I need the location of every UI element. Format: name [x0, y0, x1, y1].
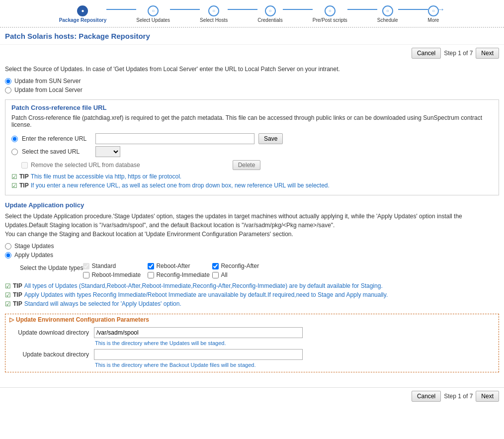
remove-url-checkbox[interactable]	[21, 162, 28, 169]
backout-dir-row: Update backout directory	[9, 349, 495, 360]
remove-url-label: Remove the selected URL from database	[31, 162, 140, 169]
apply-updates-radio-group[interactable]: Apply Updates	[5, 252, 499, 259]
standard-label: Standard	[91, 263, 116, 269]
wizard-header: ● Package Repository ○ Select Updates ○ …	[0, 0, 504, 28]
step-select-updates[interactable]: ○ Select Updates	[136, 5, 170, 23]
step-schedule[interactable]: ○ Schedule	[377, 5, 398, 23]
top-toolbar: Cancel Step 1 of 7 Next	[0, 45, 504, 62]
bottom-toolbar: Cancel Step 1 of 7 Next	[0, 387, 504, 405]
page-description: Select the Source of Updates. In case of…	[5, 66, 499, 73]
sun-server-radio[interactable]	[5, 78, 11, 85]
apply-updates-radio[interactable]	[5, 252, 11, 259]
patch-url-title: Patch Cross-reference file URL	[11, 104, 493, 111]
delete-button[interactable]: Delete	[233, 160, 261, 170]
reboot-after-checkbox[interactable]	[148, 263, 154, 269]
reboot-after-label: Reboot-After	[156, 263, 190, 269]
env-config-section: ▷ Update Environment Configuration Param…	[5, 314, 499, 372]
step-info-bottom: Step 1 of 7	[444, 393, 473, 400]
standard-checkbox[interactable]	[83, 263, 89, 269]
step-connector-4	[283, 9, 313, 10]
cancel-button-bottom[interactable]: Cancel	[412, 391, 441, 402]
cb-reconfig-after[interactable]: Reconfig-After	[212, 263, 272, 269]
step-circle-3: ○	[208, 5, 219, 16]
cb-reconfig-immediate[interactable]: Reconfig-Immediate	[148, 271, 212, 278]
cb-all[interactable]: All	[212, 271, 272, 278]
step-pre-post[interactable]: ○ Pre/Post scripts	[313, 5, 347, 23]
all-label: All	[221, 271, 227, 278]
tip-text-1: This file must be accessible via http, h…	[31, 173, 181, 180]
policy-tip-label-1: TIP	[13, 282, 22, 289]
enter-url-radio[interactable]	[11, 136, 18, 142]
step-circle-6: ○	[382, 5, 393, 16]
step-connector-1	[106, 9, 136, 10]
policy-tip-icon-1: ☑	[5, 282, 11, 290]
policy-tip-text-3: Standard will always be selected for 'Ap…	[24, 300, 181, 307]
step-circle-2: ○	[148, 5, 159, 16]
next-button-bottom[interactable]: Next	[476, 391, 499, 402]
cb-reboot-after[interactable]: Reboot-After	[148, 263, 212, 269]
tip-2: ☑ TIP If you enter a new reference URL, …	[11, 182, 493, 189]
step-info-top: Step 1 of 7	[444, 50, 473, 57]
update-types-row: Select the Update types Standard Reboot-…	[20, 263, 499, 278]
step-label-5: Pre/Post scripts	[313, 17, 347, 23]
enter-url-row: Enter the reference URL Save	[11, 133, 493, 144]
policy-tip-icon-2: ☑	[5, 291, 11, 299]
download-dir-row: Update download directory	[9, 327, 495, 338]
step-label-4: Credentials	[257, 17, 283, 23]
step-package-repository[interactable]: ● Package Repository	[59, 5, 107, 23]
reconfig-immediate-checkbox[interactable]	[148, 272, 154, 278]
all-checkbox[interactable]	[212, 272, 219, 278]
select-url-radio[interactable]	[11, 149, 18, 155]
remove-url-row: Remove the selected URL from database De…	[21, 160, 493, 170]
reboot-immediate-checkbox[interactable]	[83, 272, 89, 278]
step-connector-6	[398, 9, 428, 10]
policy-tip-text-2: Apply Updates with types Reconfig Immedi…	[24, 291, 388, 298]
stage-updates-radio[interactable]	[5, 243, 11, 250]
step-credentials[interactable]: ○ Credentials	[257, 5, 283, 23]
step-label-3: Select Hosts	[200, 17, 228, 23]
env-config-toggle[interactable]: ▷ Update Environment Configuration Param…	[9, 316, 495, 323]
backout-dir-input[interactable]	[94, 349, 303, 360]
select-url-row: Select the saved URL	[11, 146, 493, 157]
update-types-grid: Standard Reboot-After Reconfig-After Reb…	[83, 263, 272, 278]
step-more[interactable]: ○ More	[428, 5, 439, 23]
step-select-hosts[interactable]: ○ Select Hosts	[200, 5, 228, 23]
cancel-button-top[interactable]: Cancel	[412, 48, 441, 59]
backout-dir-label: Update backout directory	[9, 351, 89, 358]
reconfig-immediate-label: Reconfig-Immediate	[156, 271, 209, 278]
reconfig-after-checkbox[interactable]	[212, 263, 219, 269]
apply-updates-label: Apply Updates	[14, 252, 53, 259]
patch-url-desc: Patch Cross-reference file (patchdiag.xr…	[11, 114, 493, 128]
backout-dir-hint: This is the directory where the Backout …	[95, 362, 495, 368]
policy-tip-text-1: All types of Updates (Standard,Reboot-Af…	[24, 282, 383, 289]
cb-reboot-immediate[interactable]: Reboot-Immediate	[83, 271, 148, 278]
save-url-button[interactable]: Save	[258, 133, 283, 144]
radio-sun-server[interactable]: Update from SUN Server	[5, 78, 499, 85]
saved-url-dropdown[interactable]	[95, 146, 120, 157]
reconfig-after-label: Reconfig-After	[221, 263, 259, 269]
cb-standard[interactable]: Standard	[83, 263, 148, 269]
policy-tip-label-3: TIP	[13, 300, 22, 307]
tip-icon-2: ☑	[11, 182, 17, 189]
policy-tip-3: ☑ TIP Standard will always be selected f…	[5, 300, 499, 308]
main-content: Select the Source of Updates. In case of…	[0, 62, 504, 382]
reference-url-input[interactable]	[95, 133, 254, 144]
step-circle-7: ○	[428, 5, 439, 16]
next-button-top[interactable]: Next	[476, 48, 499, 59]
download-dir-label: Update download directory	[9, 329, 89, 336]
patch-url-section: Patch Cross-reference file URL Patch Cro…	[5, 99, 499, 195]
policy-title: Update Application policy	[5, 201, 499, 209]
step-connector-3	[228, 9, 257, 10]
step-label-6: Schedule	[377, 17, 398, 23]
stage-updates-radio-group[interactable]: Stage Updates	[5, 243, 499, 250]
step-circle-1: ●	[77, 5, 88, 16]
triangle-icon: ▷	[9, 316, 14, 323]
local-server-radio[interactable]	[5, 87, 11, 93]
policy-desc: Select the Update Application procedure.…	[5, 212, 499, 239]
radio-local-server[interactable]: Update from Local Server	[5, 87, 499, 93]
tip-text-2: If you enter a new reference URL, as wel…	[31, 182, 330, 189]
sun-server-label: Update from SUN Server	[14, 78, 81, 85]
step-connector-2	[170, 9, 200, 10]
download-dir-input[interactable]	[94, 327, 303, 338]
tip-1: ☑ TIP This file must be accessible via h…	[11, 173, 493, 180]
